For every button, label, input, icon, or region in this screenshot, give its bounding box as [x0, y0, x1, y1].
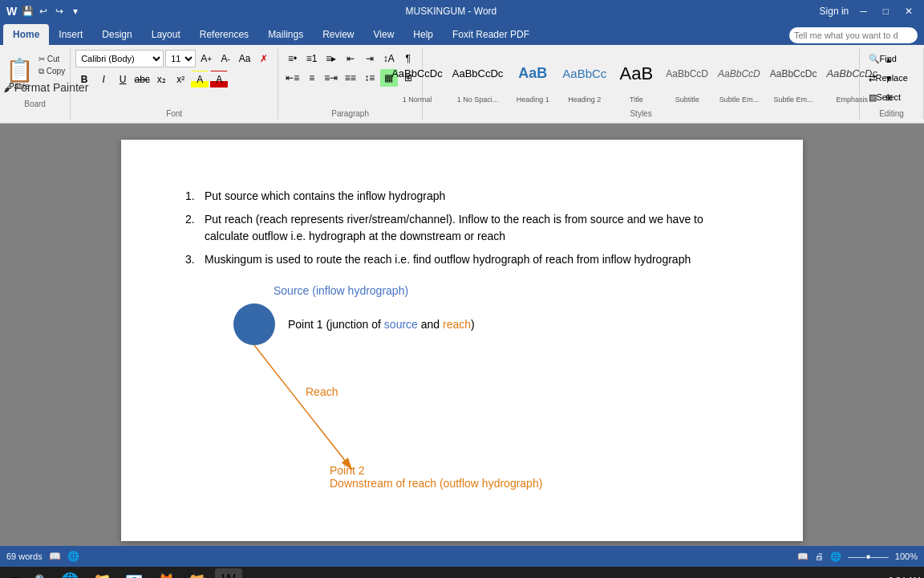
find-button[interactable]: 🔍 Find — [868, 50, 916, 67]
save-icon[interactable]: 💾 — [20, 4, 34, 18]
font-row2: B I U abc x₂ x² A A — [75, 71, 228, 88]
print-view-icon[interactable]: 🖨 — [815, 552, 824, 561]
clipboard-group: 📋 Paste ✂ Cut ⧉ Copy 🖌 Format Painter Bo… — [0, 48, 71, 120]
status-bar: 69 words 📖 🌐 📖 🖨 🌐 ——●—— 100% — [0, 546, 924, 567]
style-title-preview: AaB — [620, 54, 654, 94]
restore-button[interactable]: □ — [878, 6, 894, 17]
font-shrink-button[interactable]: A- — [217, 50, 234, 67]
align-center-button[interactable]: ≡ — [303, 69, 321, 87]
style-normal[interactable]: AaBbCcDc 1 Normal — [387, 51, 447, 106]
style-title-label: Title — [630, 96, 643, 104]
document-container: 1. Put source which contains the inflow … — [0, 124, 924, 546]
decrease-indent-button[interactable]: ⇤ — [342, 50, 359, 67]
underline-button[interactable]: U — [114, 71, 132, 88]
customize-icon[interactable]: ▾ — [68, 4, 83, 18]
style-subtitle[interactable]: AaBbCcD Subtitle — [662, 51, 712, 106]
tab-layout[interactable]: Layout — [142, 24, 190, 45]
style-heading2-label: Heading 2 — [568, 96, 601, 104]
font-family-select[interactable]: Calibri (Body) — [75, 50, 164, 67]
style-no-spacing[interactable]: AaBbCcDc 1 No Spaci... — [448, 51, 508, 106]
style-subtle-em2-label: Subtle Em... — [774, 96, 813, 104]
bullets-button[interactable]: ≡• — [284, 50, 302, 67]
align-right-button[interactable]: ≡⇥ — [322, 69, 340, 87]
style-subtle-em2[interactable]: AaBbCcDc Subtle Em... — [766, 51, 821, 106]
blue-circle — [233, 303, 275, 345]
search-input[interactable] — [789, 27, 918, 43]
tab-view[interactable]: View — [364, 24, 404, 45]
change-case-button[interactable]: Aa — [236, 50, 253, 67]
style-heading2[interactable]: AaBbCc Heading 2 — [558, 51, 610, 106]
style-title[interactable]: AaB Title — [612, 51, 660, 106]
quick-access-toolbar: 💾 ↩ ↪ ▾ — [20, 4, 83, 18]
cut-button[interactable]: ✂ Cut — [37, 54, 67, 64]
tab-design[interactable]: Design — [92, 24, 141, 45]
numbering-button[interactable]: ≡1 — [303, 50, 321, 67]
tab-references[interactable]: References — [190, 24, 258, 45]
ribbon-tab-bar: Home Insert Design Layout References Mai… — [0, 22, 924, 45]
style-heading1[interactable]: AaB Heading 1 — [509, 51, 557, 106]
style-heading1-preview: AaB — [518, 54, 547, 94]
start-button[interactable]: ⊞ — [3, 568, 27, 578]
taskbar-firefox[interactable]: 🦊 — [151, 568, 181, 578]
taskbar-mail[interactable]: 📧 — [119, 568, 149, 578]
subscript-button[interactable]: x₂ — [152, 71, 170, 88]
title-bar-right: Sign in ─ □ ✕ — [820, 6, 918, 17]
arrow-section: Reach Point 2 Downstream of reach (outfl… — [233, 345, 739, 490]
style-no-spacing-label: 1 No Spaci... — [457, 96, 499, 104]
point2-label: Point 2 — [330, 464, 542, 477]
text-highlight-button[interactable]: A — [191, 71, 209, 88]
justify-button[interactable]: ≡≡ — [342, 69, 359, 87]
diagram: Source (inflow hydrograph) Point 1 (junc… — [185, 284, 739, 490]
zoom-slider[interactable]: ——●—— — [848, 552, 889, 561]
font-grow-button[interactable]: A+ — [197, 50, 215, 67]
web-view-icon[interactable]: 🌐 — [830, 552, 841, 562]
font-controls: Calibri (Body) 11 A+ A- Aa ✗ B I U abc x… — [75, 50, 273, 108]
tab-mailings[interactable]: Mailings — [258, 24, 313, 45]
styles-group-label: Styles — [630, 109, 651, 118]
strikethrough-button[interactable]: abc — [133, 71, 151, 88]
copy-button[interactable]: ⧉ Copy — [37, 66, 67, 77]
format-painter-button[interactable]: 🖌 Format Painter — [37, 79, 55, 96]
undo-icon[interactable]: ↩ — [36, 4, 51, 18]
search-button[interactable]: 🔍 — [29, 568, 53, 578]
close-button[interactable]: ✕ — [900, 6, 918, 17]
taskbar-file-explorer[interactable]: 📁 — [87, 568, 117, 578]
status-bar-left: 69 words 📖 🌐 — [6, 551, 79, 562]
svg-line-1 — [254, 345, 352, 470]
language-icon[interactable]: 🌐 — [67, 551, 79, 562]
tab-foxit[interactable]: Foxit Reader PDF — [443, 24, 539, 45]
tab-review[interactable]: Review — [313, 24, 363, 45]
bold-button[interactable]: B — [75, 71, 93, 88]
paste-icon: 📋 — [6, 59, 34, 82]
tab-help[interactable]: Help — [403, 24, 443, 45]
select-button[interactable]: ▧ Select — [868, 88, 916, 106]
document-page: 1. Put source which contains the inflow … — [121, 140, 803, 541]
align-left-button[interactable]: ⇤≡ — [284, 69, 302, 87]
list-num-2: 2. — [185, 211, 205, 245]
multilevel-button[interactable]: ≡▸ — [322, 50, 340, 67]
style-subtitle-label: Subtitle — [675, 96, 699, 104]
text-color-button[interactable]: A — [210, 71, 228, 88]
font-size-select[interactable]: 11 — [165, 50, 196, 67]
line-spacing-button[interactable]: ↕≡ — [361, 69, 379, 87]
style-subtle-em-preview: AaBbCcD — [718, 54, 760, 94]
replace-button[interactable]: ⇄ Replace — [868, 69, 916, 87]
word-count-label: 69 words — [6, 552, 43, 561]
redo-icon[interactable]: ↪ — [52, 4, 67, 18]
taskbar-folder[interactable]: 📂 — [183, 568, 213, 578]
clear-format-button[interactable]: ✗ — [255, 50, 273, 67]
source-label: Source (inflow hydrograph) — [274, 284, 739, 297]
taskbar-word[interactable]: W — [215, 568, 242, 578]
italic-button[interactable]: I — [95, 71, 112, 88]
superscript-button[interactable]: x² — [172, 71, 189, 88]
taskbar-ie[interactable]: 🌐 — [55, 568, 85, 578]
proofing-icon[interactable]: 📖 — [49, 551, 61, 562]
minimize-button[interactable]: ─ — [855, 6, 872, 17]
increase-indent-button[interactable]: ⇥ — [361, 50, 379, 67]
read-view-icon[interactable]: 📖 — [797, 552, 808, 562]
list-item: 1. Put source which contains the inflow … — [185, 188, 739, 205]
sign-in-button[interactable]: Sign in — [820, 6, 849, 17]
tab-insert[interactable]: Insert — [49, 24, 92, 45]
tab-home[interactable]: Home — [3, 24, 49, 45]
style-subtle-em[interactable]: AaBbCcD Subtle Em... — [714, 51, 764, 106]
